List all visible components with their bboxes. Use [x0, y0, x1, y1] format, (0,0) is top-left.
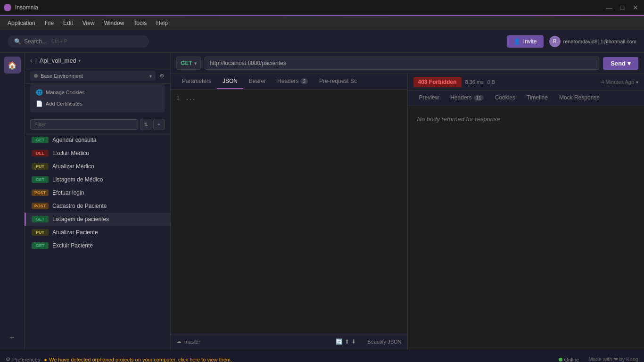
- menu-item-edit[interactable]: Edit: [59, 18, 77, 28]
- menu-item-window[interactable]: Window: [100, 18, 128, 28]
- request-name: Excluir Paciente: [52, 242, 93, 249]
- tab-pre-request-sc[interactable]: Pre-request Sc: [314, 74, 363, 89]
- response-body: No body returned for response: [408, 106, 644, 350]
- environment-selector[interactable]: Base Environment ▾: [30, 71, 156, 81]
- request-name: Efetuar login: [52, 189, 84, 196]
- response-tab-mock-response[interactable]: Mock Response: [553, 90, 605, 106]
- request-list: GETAgendar consultaDELExcluir MédicoPUTA…: [25, 133, 170, 350]
- method-badge: POST: [32, 189, 49, 196]
- response-time: 8.36 ms: [465, 79, 484, 85]
- tab-bearer[interactable]: Bearer: [243, 74, 272, 89]
- user-info: R renatomdavid811@hotmail.com: [549, 36, 636, 47]
- env-chevron-icon: ▾: [149, 74, 152, 79]
- menu-item-file[interactable]: File: [41, 18, 58, 28]
- time-ago-label: 4 Minutes Ago: [601, 79, 634, 85]
- menu-item-tools[interactable]: Tools: [130, 18, 150, 28]
- time-ago-chevron-icon: ▾: [636, 80, 638, 85]
- response-size: 0 B: [487, 79, 495, 85]
- search-bar[interactable]: 🔍 Search... Ctrl + P: [8, 35, 149, 48]
- tab-headers[interactable]: Headers2: [272, 74, 314, 89]
- request-list-item[interactable]: PUTAtualizar Médico: [25, 160, 170, 173]
- method-label: GET: [181, 60, 192, 66]
- filter-input[interactable]: [30, 119, 138, 130]
- tab-json[interactable]: JSON: [217, 74, 243, 89]
- filter-bar: ⇅ +: [25, 116, 170, 133]
- invite-button[interactable]: 👤 Invite: [507, 35, 544, 48]
- method-selector[interactable]: GET ▾: [176, 57, 201, 70]
- send-button[interactable]: Send ▾: [603, 57, 638, 70]
- back-button[interactable]: ‹: [30, 57, 33, 64]
- upload-icon[interactable]: ⬆: [345, 338, 349, 345]
- user-email: renatomdavid811@hotmail.com: [563, 39, 636, 44]
- orphaned-projects-warning[interactable]: ● We have detected orphaned projects on …: [44, 357, 554, 362]
- menu-item-application[interactable]: Application: [4, 18, 39, 28]
- online-label: Online: [564, 357, 579, 362]
- method-badge: PUT: [32, 229, 49, 236]
- online-indicator: [559, 358, 562, 362]
- search-shortcut: Ctrl + P: [51, 39, 67, 44]
- request-list-item[interactable]: GETExcluir Paciente: [25, 239, 170, 252]
- request-bar: GET ▾ Send ▾: [171, 53, 644, 74]
- response-tab-timeline[interactable]: Timeline: [521, 90, 553, 106]
- sidebar-home-button[interactable]: 🏠: [4, 57, 21, 74]
- request-list-item[interactable]: PUTAtualizar Paciente: [25, 226, 170, 239]
- chevron-down-icon: ▾: [78, 58, 81, 63]
- manage-cookies-label: Manage Cookies: [46, 90, 85, 95]
- method-badge: GET: [32, 242, 49, 249]
- add-icon: +: [157, 122, 160, 127]
- method-badge: GET: [32, 216, 49, 222]
- request-name: Excluir Médico: [52, 150, 89, 156]
- request-name: Agendar consulta: [52, 137, 96, 143]
- env-menu: 🌐 Manage Cookies 📄 Add Certificates: [30, 84, 165, 112]
- url-input[interactable]: [205, 57, 600, 70]
- avatar: R: [549, 36, 561, 47]
- minimize-button[interactable]: —: [604, 4, 614, 11]
- app-header: 🔍 Search... Ctrl + P 👤 Invite R renatomd…: [0, 30, 644, 53]
- sort-button[interactable]: ⇅: [140, 119, 151, 130]
- download-icon[interactable]: ⬇: [351, 338, 356, 345]
- menu-item-help[interactable]: Help: [152, 18, 172, 28]
- maximize-button[interactable]: □: [618, 4, 627, 11]
- response-tab-preview[interactable]: Preview: [413, 90, 445, 106]
- method-badge: GET: [32, 176, 49, 183]
- status-badge: 403 Forbidden: [413, 77, 462, 87]
- cloud-icon: ☁: [176, 338, 182, 345]
- add-certificates-button[interactable]: 📄 Add Certificates: [34, 98, 161, 109]
- app-icon: [4, 4, 11, 11]
- response-tab-cookies[interactable]: Cookies: [489, 90, 521, 106]
- warning-icon: ●: [44, 357, 47, 362]
- send-chevron-icon: ▾: [627, 60, 631, 67]
- method-badge: GET: [32, 137, 49, 143]
- request-list-item[interactable]: GETListagem de Médico: [25, 173, 170, 186]
- request-list-item[interactable]: GETListagem de pacientes: [25, 213, 170, 226]
- method-badge: PUT: [32, 163, 49, 170]
- editor-area[interactable]: 1 ...: [171, 90, 407, 333]
- bottom-bar: ☁ master 🔄 ⬆ ⬇ Beautify JSON: [171, 333, 407, 350]
- beautify-button[interactable]: Beautify JSON: [367, 339, 401, 345]
- manage-cookies-button[interactable]: 🌐 Manage Cookies: [34, 87, 161, 98]
- add-certificates-label: Add Certificates: [46, 101, 83, 107]
- request-list-item[interactable]: GETAgendar consulta: [25, 133, 170, 147]
- tab-parameters[interactable]: Parameters: [176, 74, 217, 89]
- tab-badge: 2: [300, 78, 308, 84]
- menu-bar: ApplicationFileEditViewWindowToolsHelp: [0, 16, 644, 30]
- request-list-item[interactable]: POSTCadastro de Paciente: [25, 199, 170, 213]
- settings-icon[interactable]: ⚙: [159, 73, 165, 79]
- request-list-item[interactable]: POSTEfetuar login: [25, 186, 170, 199]
- editor-content: ...: [185, 95, 196, 102]
- invite-icon: 👤: [513, 38, 520, 45]
- preferences-button[interactable]: ⚙ Preferences: [6, 356, 40, 362]
- refresh-icon[interactable]: 🔄: [336, 338, 343, 345]
- request-panel: ParametersJSONBearerHeaders2Pre-request …: [171, 74, 408, 350]
- add-request-button[interactable]: +: [153, 119, 165, 130]
- request-list-item[interactable]: DELExcluir Médico: [25, 147, 170, 160]
- online-status: Online: [559, 357, 579, 362]
- close-button[interactable]: ✕: [631, 4, 640, 11]
- response-status-bar: 403 Forbidden 8.36 ms 0 B 4 Minutes Ago …: [408, 74, 644, 90]
- response-tab-headers[interactable]: Headers11: [445, 90, 489, 106]
- branch-name: master: [184, 339, 200, 345]
- insomnia-status-bar: ⚙ Preferences ● We have detected orphane…: [0, 350, 644, 362]
- invite-label: Invite: [523, 38, 537, 45]
- menu-item-view[interactable]: View: [79, 18, 99, 28]
- sidebar-add-button[interactable]: +: [4, 329, 21, 346]
